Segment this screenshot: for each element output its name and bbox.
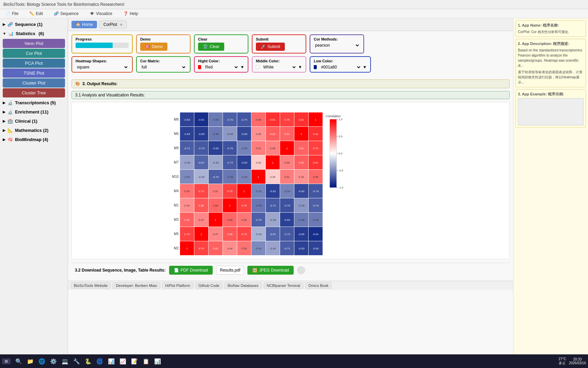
middle-color-select[interactable]: White Gray	[262, 64, 297, 70]
svg-rect-225	[330, 126, 337, 128]
low-color-select[interactable]: #001a80 #0000ff	[320, 64, 361, 70]
sequence-group-icon: 🧬	[7, 22, 13, 27]
svg-text:0.5: 0.5	[339, 135, 343, 138]
svg-text:-0.80: -0.80	[298, 190, 305, 193]
svg-text:0.74: 0.74	[184, 233, 190, 236]
svg-rect-222	[330, 122, 337, 124]
svg-rect-228	[330, 130, 337, 132]
taskbar-start[interactable]: ⊞	[2, 358, 11, 364]
cor-methods-select[interactable]: pearson spearman kendall	[314, 43, 360, 48]
heatmap-container: -0.82-0.91-0.58-0.70-0.740.580.810.750.8…	[71, 102, 510, 259]
taskbar-tools[interactable]: 🔧	[72, 356, 81, 366]
tab-home[interactable]: 🏠 Home	[71, 21, 97, 28]
svg-rect-244	[330, 152, 337, 154]
sidebar-item-pca-plot[interactable]: PCA Plot	[3, 59, 65, 68]
right-appdesc-chinese: 基于转录组等标准化的基因表达矩阵，计算组间的相关性进行比较，终以Heatmap展…	[518, 70, 584, 85]
menu-file[interactable]: 📄 File	[3, 11, 20, 17]
right-section-appexample: 3. App Example: 程序示例:	[516, 89, 586, 128]
svg-rect-232	[330, 136, 337, 137]
clear-button[interactable]: 🗑️ Clear	[198, 43, 224, 51]
menu-sequence[interactable]: 🧬 Sequence	[52, 11, 81, 17]
svg-rect-227	[330, 129, 337, 131]
sidebar-group-mathematics-header[interactable]: ▶ 📐 Mathematics (2)	[0, 126, 68, 135]
jpeg-download-button[interactable]: 🖼️ JPEG Download	[247, 266, 294, 275]
sidebar-group-transcriptomics: ▶ 🔬 Transcriptomics (5)	[0, 98, 68, 107]
taskbar-browser[interactable]: 🌐	[37, 356, 47, 366]
svg-text:0.43: 0.43	[256, 133, 261, 136]
footer-ncbi[interactable]: NCBIparser Teminal	[264, 282, 303, 289]
sidebar-group-enrichment-header[interactable]: ▶ 🔬 Enrichment (11)	[0, 107, 68, 117]
results-pdf-button[interactable]: Results.pdf	[216, 266, 244, 275]
svg-text:-1.0: -1.0	[339, 186, 343, 189]
sidebar-item-cluster-tree[interactable]: Cluster Tree	[3, 88, 65, 97]
taskbar-settings[interactable]: ⚙️	[49, 356, 58, 366]
svg-rect-253	[330, 164, 337, 166]
svg-rect-262	[330, 177, 337, 178]
heatmap-shapes-select[interactable]: square circle	[76, 64, 129, 70]
clear-btn-label: Clear	[210, 44, 219, 49]
sidebar-item-cor-plot[interactable]: Cor Plot	[3, 49, 65, 58]
svg-text:-0.83: -0.83	[212, 147, 219, 150]
taskbar-app3[interactable]: 📈	[118, 356, 128, 366]
tab-corplot[interactable]: CorPlot ✕	[99, 20, 127, 29]
footer-hiplot[interactable]: HiPlot Platform	[162, 282, 193, 289]
right-appexample-preview	[518, 98, 584, 125]
sidebar-group-statistics-header[interactable]: ▼ 📊 Statistics (6)	[0, 29, 68, 38]
sidebar-group-biomindmap-header[interactable]: ▶ 🧠 BioMindmap (4)	[0, 135, 68, 144]
sidebar-group-sequence: ▶ 🧬 Sequence (1)	[0, 20, 68, 29]
menu-edit[interactable]: ✏️ Edit	[27, 11, 45, 17]
svg-text:-0.73: -0.73	[284, 233, 290, 236]
sidebar-group-sequence-header[interactable]: ▶ 🧬 Sequence (1)	[0, 20, 68, 29]
svg-rect-234	[330, 138, 337, 140]
taskbar-app1[interactable]: 🌀	[95, 356, 104, 366]
cor-matrix-select[interactable]: full upper lower	[140, 64, 186, 70]
footer-bioscitools[interactable]: BioSciTools Website	[71, 282, 111, 289]
taskbar-search[interactable]: 🔍	[14, 356, 23, 366]
clinical-icon: 🏥	[7, 119, 13, 124]
footer-omics[interactable]: Omics Book	[305, 282, 331, 289]
taskbar-app2[interactable]: 📊	[107, 356, 116, 366]
controls-row-1: Progress Demo 🎯 Demo Clear	[71, 34, 510, 53]
sidebar-item-tsne-plot[interactable]: TSNE Plot	[3, 68, 65, 78]
menu-visualize[interactable]: 👁️ Visualize	[87, 11, 114, 17]
taskbar-files[interactable]: 📁	[26, 356, 35, 366]
footer-github[interactable]: Github Code	[195, 282, 223, 289]
svg-text:1: 1	[186, 247, 188, 250]
menu-help[interactable]: ❓ Help	[121, 11, 140, 17]
svg-text:-0.74: -0.74	[312, 190, 319, 193]
pdf-download-button[interactable]: 📄 PDF Download	[169, 266, 213, 275]
taskbar-python[interactable]: 🐍	[83, 356, 93, 366]
low-color-swatch	[314, 65, 317, 69]
tab-close-icon[interactable]: ✕	[120, 23, 122, 27]
taskbar-excel[interactable]: 📋	[141, 356, 151, 366]
svg-text:0.73: 0.73	[242, 233, 247, 236]
footer-developer[interactable]: Developer: Benben Miao	[113, 282, 160, 289]
sidebar-item-venn-plot[interactable]: Venn Plot	[3, 39, 65, 48]
sidebar-group-transcriptomics-header[interactable]: ▶ 🔬 Transcriptomics (5)	[0, 98, 68, 107]
demo-btn-label: Demo	[152, 44, 163, 49]
taskbar-word[interactable]: 📝	[130, 356, 139, 366]
taskbar-ppt[interactable]: 📊	[153, 356, 162, 366]
demo-button[interactable]: 🎯 Demo	[140, 43, 167, 51]
submit-button[interactable]: 🚀 Submit	[256, 43, 285, 51]
taskbar-terminal[interactable]: 💻	[60, 356, 70, 366]
clear-icon: 🗑️	[203, 44, 208, 49]
svg-rect-267	[330, 183, 337, 185]
svg-text:0.0: 0.0	[339, 152, 343, 155]
svg-text:0.75: 0.75	[227, 190, 233, 193]
svg-rect-240	[330, 147, 337, 148]
sidebar-group-clinical-header[interactable]: ▶ 🏥 Clinical (1)	[0, 117, 68, 126]
svg-text:M4: M4	[174, 189, 179, 193]
menu-bar: 📄 File ✏️ Edit 🧬 Sequence 👁️ Visualize ❓…	[0, 9, 588, 18]
footer-bionav[interactable]: BioNav Databases	[225, 282, 262, 289]
hight-color-select[interactable]: Red Blue	[204, 64, 239, 70]
svg-rect-239	[330, 145, 337, 147]
svg-text:0.51: 0.51	[284, 175, 290, 179]
sidebar-item-cluster-plot[interactable]: Cluster Plot	[3, 78, 65, 88]
demo-label: Demo	[140, 37, 186, 41]
svg-text:0.75: 0.75	[242, 204, 247, 207]
svg-text:-0.91: -0.91	[198, 118, 205, 121]
taskbar-temp: 27°C	[559, 357, 566, 361]
svg-text:0.51: 0.51	[213, 190, 218, 193]
svg-text:-0.74: -0.74	[241, 118, 247, 121]
